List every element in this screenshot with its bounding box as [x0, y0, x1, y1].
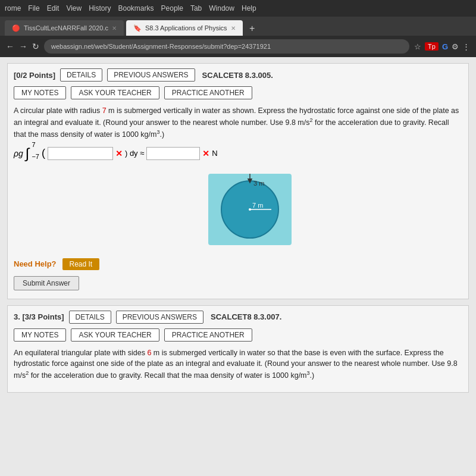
- problem-2-notes-row: MY NOTES ASK YOUR TEACHER PRACTICE ANOTH…: [14, 86, 462, 99]
- problem-2-section: [0/2 Points] DETAILS PREVIOUS ANSWERS SC…: [7, 63, 469, 299]
- tab-2-label: S8.3 Applications of Physics: [145, 24, 227, 32]
- rho-symbol: ρg: [14, 149, 23, 158]
- address-bar: ← → ↻ ☆ Tp G ⚙ ⋮: [0, 36, 476, 57]
- address-input[interactable]: [44, 39, 409, 54]
- page-content: [0/2 Points] DETAILS PREVIOUS ANSWERS SC…: [0, 57, 476, 476]
- integral-lower: −7: [32, 153, 39, 160]
- problem-3-notes-row: MY NOTES ASK YOUR TEACHER PRACTICE ANOTH…: [14, 328, 462, 342]
- dy-label: ) dy ≈: [125, 149, 144, 158]
- menu-icon[interactable]: ⋮: [462, 42, 470, 51]
- svg-text:7 m: 7 m: [252, 202, 263, 209]
- open-paren: (: [42, 147, 45, 159]
- my-notes-button-3[interactable]: MY NOTES: [14, 328, 66, 342]
- menu-item-file[interactable]: File: [28, 4, 39, 12]
- bookmark-star-icon[interactable]: ☆: [414, 42, 421, 51]
- integral-upper: 7: [32, 141, 39, 148]
- problem-2-points-row: [0/2 Points] DETAILS PREVIOUS ANSWERS SC…: [14, 68, 462, 82]
- menu-item-history[interactable]: History: [89, 4, 111, 12]
- problem-3-section: 3. [3/3 Points] DETAILS PREVIOUS ANSWERS…: [7, 305, 469, 393]
- back-button[interactable]: ←: [6, 42, 14, 51]
- problem-3-points: 3. [3/3 Points]: [14, 312, 64, 321]
- need-help-row: Need Help? Read It: [14, 258, 462, 270]
- submit-answer-button[interactable]: Submit Answer: [14, 276, 79, 290]
- extensions-icon[interactable]: ⚙: [452, 42, 459, 51]
- tab-1[interactable]: 🔴 TissCultLecNARRFall 2020.c ✕: [5, 20, 124, 36]
- practice-another-button-2[interactable]: PRACTICE ANOTHER: [164, 86, 252, 99]
- prev-answers-button-2[interactable]: PREVIOUS ANSWERS: [107, 68, 195, 82]
- svg-text:3 m: 3 m: [253, 180, 264, 187]
- tab-2-icon: 🔖: [133, 24, 142, 32]
- refresh-button[interactable]: ↻: [32, 42, 39, 51]
- browser-action-icons: ☆ Tp G ⚙ ⋮: [414, 42, 470, 51]
- forward-button[interactable]: →: [19, 42, 27, 51]
- details-button-3[interactable]: DETAILS: [69, 311, 111, 324]
- details-button-2[interactable]: DETAILS: [60, 68, 102, 82]
- ask-teacher-button-2[interactable]: ASK YOUR TEACHER: [71, 86, 159, 99]
- integral-limits: 7 −7: [32, 141, 39, 160]
- integral-symbol: ∫: [26, 146, 30, 161]
- tab-bar: 🔴 TissCultLecNARRFall 2020.c ✕ 🔖 S8.3 Ap…: [0, 17, 476, 36]
- problem-2-points: [0/2 Points]: [14, 71, 55, 80]
- profile-icon[interactable]: Tp: [425, 42, 439, 51]
- menu-item-window[interactable]: Window: [209, 4, 234, 12]
- problem-2-text: A circular plate with radius 7 m is subm…: [14, 105, 462, 140]
- circle-diagram: 3 m 7 m: [202, 168, 298, 251]
- tab-2-close[interactable]: ✕: [231, 25, 236, 32]
- menu-item-view[interactable]: View: [66, 4, 82, 12]
- n-unit: N: [212, 149, 217, 158]
- read-it-button[interactable]: Read It: [62, 258, 100, 270]
- tab-1-label: TissCultLecNARRFall 2020.c: [24, 24, 108, 32]
- tab-1-close[interactable]: ✕: [112, 25, 117, 32]
- tab-2[interactable]: 🔖 S8.3 Applications of Physics ✕: [126, 20, 243, 36]
- clear-integrand-button[interactable]: ✕: [115, 149, 123, 158]
- menu-item-edit[interactable]: Edit: [47, 4, 60, 12]
- menu-item-tab[interactable]: Tab: [190, 4, 202, 12]
- clear-result-button[interactable]: ✕: [202, 149, 209, 158]
- problem-3-points-row: 3. [3/3 Points] DETAILS PREVIOUS ANSWERS…: [14, 311, 462, 324]
- submit-row: Submit Answer: [14, 276, 462, 290]
- scalcet-label-3: SCALCET8 8.3.007.: [211, 312, 281, 321]
- practice-another-button-3[interactable]: PRACTICE ANOTHER: [164, 328, 252, 342]
- problem-3-text: An equilateral triangular plate with sid…: [14, 347, 462, 381]
- menu-item-chrome[interactable]: rome: [5, 4, 21, 12]
- my-notes-button-2[interactable]: MY NOTES: [14, 86, 66, 99]
- scalcet-label-2: SCALCET8 8.3.005.: [202, 71, 273, 80]
- math-input-row: ρg ∫ 7 −7 ( ✕ ) dy ≈ ✕ N: [14, 146, 462, 161]
- result-input[interactable]: [146, 147, 200, 160]
- tab-1-icon: 🔴: [12, 24, 20, 32]
- diagram-container: 3 m 7 m: [37, 168, 462, 251]
- menu-item-people[interactable]: People: [161, 4, 183, 12]
- new-tab-button[interactable]: +: [245, 21, 259, 36]
- need-help-label: Need Help?: [14, 259, 57, 268]
- menu-item-bookmarks[interactable]: Bookmarks: [118, 4, 154, 12]
- prev-answers-button-3[interactable]: PREVIOUS ANSWERS: [116, 311, 203, 324]
- svg-point-5: [249, 208, 251, 211]
- ask-teacher-button-3[interactable]: ASK YOUR TEACHER: [71, 328, 159, 342]
- browser-menubar: rome File Edit View History Bookmarks Pe…: [0, 0, 476, 17]
- integrand-input[interactable]: [48, 147, 113, 160]
- menu-item-help[interactable]: Help: [242, 4, 256, 12]
- google-icon[interactable]: G: [442, 42, 448, 51]
